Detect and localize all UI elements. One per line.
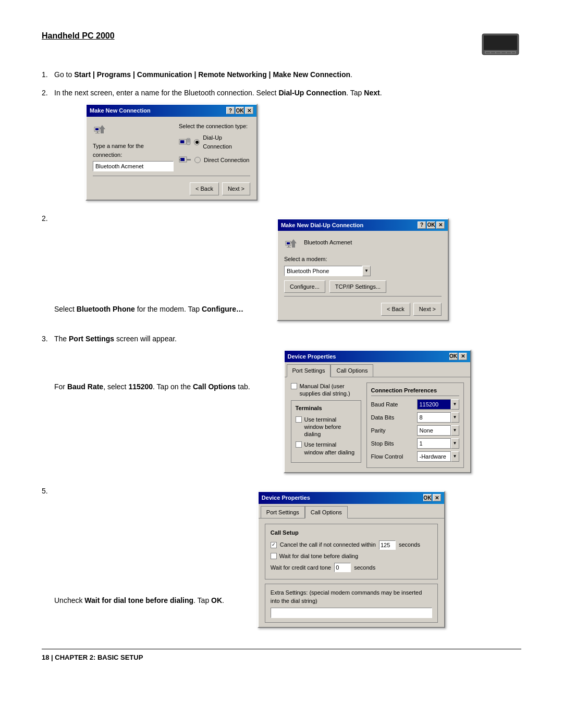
dialog3-flow-value[interactable]: -Hardware: [417, 451, 451, 462]
dialog3-databits-arrow[interactable]: ▼: [451, 412, 459, 423]
dialog2-ok-btn[interactable]: OK: [427, 221, 435, 229]
dialog3-parity-label: Parity: [371, 426, 413, 435]
dialog3-close-btn[interactable]: ✕: [459, 353, 467, 360]
dialog1-type-label: Type a name for the connection:: [93, 142, 174, 159]
dialog3-terminal-before-checkbox[interactable]: [296, 416, 302, 423]
dialog1-help-btn[interactable]: ?: [226, 107, 235, 114]
dialog3-parity-select-wrapper: None ▼: [417, 425, 459, 436]
direct-radio[interactable]: [194, 157, 201, 163]
dialog2-next-btn[interactable]: Next >: [413, 303, 442, 316]
dialog2-tcpip-btn[interactable]: TCP/IP Settings...: [329, 280, 386, 293]
dialog3-parity-value[interactable]: None: [417, 425, 451, 436]
dialog3-tab-content: Manual Dial (user supplies dial string.)…: [285, 377, 470, 473]
step-5-bold2: OK: [211, 596, 222, 604]
dialog4-cancel-seconds[interactable]: [379, 540, 396, 550]
dialog3: Device Properties OK ✕ Port Settings Cal…: [284, 350, 471, 474]
dialog2-back-btn[interactable]: < Back: [381, 303, 410, 316]
device-image: [480, 31, 521, 60]
dialog4-ok-btn[interactable]: OK: [423, 494, 432, 501]
svg-rect-18: [187, 141, 190, 141]
dialog3-manual-dial-label: Manual Dial (user supplies dial string.): [300, 382, 361, 398]
dialog3-tab2[interactable]: Call Options: [331, 364, 373, 377]
dialog2-body: Bluetooth Acmenet Select a modem: ▼ Conf…: [278, 231, 448, 320]
step-5-bold: Wait for dial tone before dialing: [84, 596, 193, 604]
dialog3-tab1[interactable]: Port Settings: [287, 364, 331, 377]
dialog2-titlebar: Make New Dial-Up Connection ? OK ✕: [278, 219, 448, 231]
svg-rect-15: [180, 140, 185, 143]
dialog4-titlebar: Device Properties OK ✕: [259, 492, 444, 504]
dialog2-titlebar-buttons: ? OK ✕: [418, 221, 445, 229]
dialog3-stopbits-row: Stop Bits 1 ▼: [371, 438, 459, 449]
dialog3-databits-row: Data Bits 8 ▼: [371, 412, 459, 423]
dialog3-stopbits-arrow[interactable]: ▼: [451, 438, 459, 449]
svg-rect-26: [288, 245, 289, 247]
dialog3-two-col: Manual Dial (user supplies dial string.)…: [291, 382, 464, 468]
dialog4-close-btn[interactable]: ✕: [433, 494, 441, 501]
dialog3-terminal-after-checkbox[interactable]: [296, 441, 302, 448]
dialog4-credit-card-value[interactable]: [334, 563, 351, 572]
step-4b-bold3: Call Options: [193, 382, 236, 391]
dialog3-parity-arrow[interactable]: ▼: [451, 425, 459, 436]
dialog3-baud-row: Baud Rate 115200 ▼: [371, 399, 459, 410]
dialog3-titlebar-buttons: OK ✕: [449, 353, 467, 360]
dialog1-next-btn[interactable]: Next >: [222, 182, 250, 195]
dialog4-tab2[interactable]: Call Options: [305, 506, 348, 519]
dialog3-terminal-before-row: Use terminal window before dialing: [296, 416, 357, 438]
dialog4-credit-card-row: Wait for credit card tone seconds: [271, 563, 432, 572]
dialog4-title: Device Properties: [262, 493, 423, 502]
page-title: Handheld PC 2000: [42, 31, 469, 41]
dialog1-back-btn[interactable]: < Back: [190, 182, 219, 195]
dialog2-divider: [284, 296, 442, 297]
dialog2-conn-name: Bluetooth Acmenet: [304, 238, 352, 247]
step-4: 3. The Port Settings screen will appear.…: [42, 334, 521, 479]
direct-label: Direct Connection: [204, 156, 249, 165]
dialog3-manual-dial-row: Manual Dial (user supplies dial string.): [291, 382, 361, 398]
svg-rect-7: [507, 52, 511, 53]
dialog1-direct-option[interactable]: Direct Connection: [179, 155, 250, 165]
step-5-text: Uncheck Wait for dial tone before dialin…: [54, 596, 226, 604]
dialog3-baud-arrow[interactable]: ▼: [451, 399, 459, 410]
dialog3-title: Device Properties: [288, 352, 449, 361]
dialog3-databits-select-wrapper: 8 ▼: [417, 412, 459, 423]
svg-rect-5: [496, 52, 500, 53]
dialog4-wait-dial-checkbox[interactable]: [271, 553, 277, 559]
svg-rect-17: [187, 139, 190, 140]
dialog3-right-col: Connection Preferences Baud Rate 115200 …: [366, 382, 464, 468]
step-3: 2. Select Bluetooth Phone for the modem.…: [42, 213, 521, 326]
dialog3-baud-value[interactable]: 115200: [417, 399, 451, 410]
dialog4-extra-settings-input[interactable]: [271, 608, 432, 618]
dialog2-configure-btn[interactable]: Configure...: [284, 280, 325, 293]
dialog1-dialup-option[interactable]: Dial-Up Connection: [179, 133, 250, 151]
svg-rect-25: [287, 242, 290, 244]
dialog3-stopbits-select-wrapper: 1 ▼: [417, 438, 459, 449]
dialog2-help-btn[interactable]: ?: [418, 221, 426, 229]
dialog2-modem-input[interactable]: [284, 266, 362, 276]
dialog2-close-btn[interactable]: ✕: [436, 221, 445, 229]
dialog3-flow-label: Flow Control: [371, 452, 413, 461]
dialog3-flow-row: Flow Control -Hardware ▼: [371, 451, 459, 462]
dialup-radio[interactable]: [194, 139, 200, 145]
dialog3-manual-dial-checkbox[interactable]: [291, 383, 297, 389]
dialog3-flow-arrow[interactable]: ▼: [451, 451, 459, 462]
dialog3-ok-btn[interactable]: OK: [449, 353, 458, 360]
step-1-num: 1.: [42, 69, 48, 80]
direct-icon: [179, 155, 191, 165]
dialog2-modem-arrow[interactable]: ▼: [362, 266, 371, 276]
dialog4-tab1[interactable]: Port Settings: [261, 506, 305, 519]
dialog4-credit-card-label: Wait for credit card tone: [271, 563, 331, 572]
dialog4-cancel-call-checkbox[interactable]: [271, 542, 277, 548]
step-1-text: Go to Start | Programs | Communication |…: [54, 70, 352, 79]
step-3-num: 2.: [42, 213, 48, 224]
dialog1-close-btn[interactable]: ✕: [245, 107, 253, 114]
dialog1-main-row: Type a name for the connection: Select t…: [93, 122, 250, 172]
dialog1-container: Make New Connection ? OK ✕: [85, 104, 258, 201]
dialog3-stopbits-label: Stop Bits: [371, 439, 413, 448]
dialog1-select-label: Select the connection type:: [179, 122, 250, 131]
dialog1-buttons: < Back Next >: [93, 180, 250, 195]
dialog3-stopbits-value[interactable]: 1: [417, 438, 451, 449]
dialog3-databits-value[interactable]: 8: [417, 412, 451, 423]
dialog4-tab-bar: Port Settings Call Options: [259, 504, 444, 519]
dialog1-ok-btn[interactable]: OK: [236, 107, 244, 114]
dialog2-config-buttons: Configure... TCP/IP Settings...: [284, 280, 442, 293]
dialog1-name-input[interactable]: [93, 161, 174, 171]
